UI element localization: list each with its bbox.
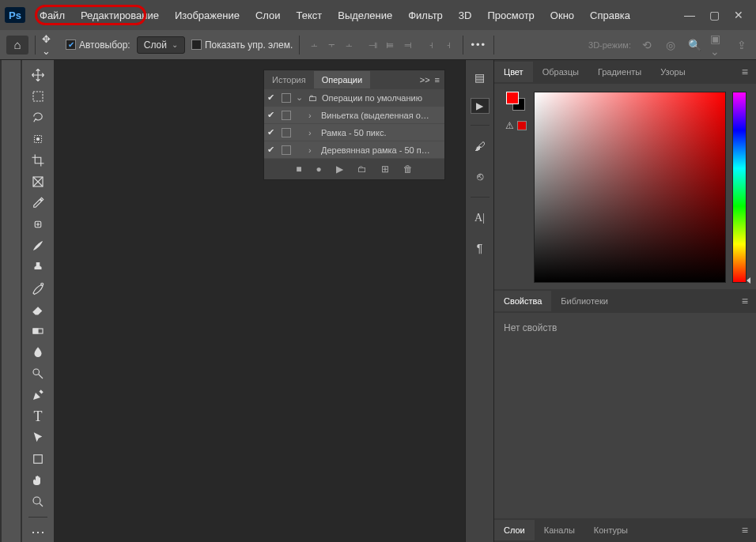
pan-3d-icon[interactable]: ◎ (663, 37, 679, 53)
dodge-tool[interactable] (26, 364, 50, 384)
distribute-h-icon[interactable]: ⫞ (423, 37, 439, 53)
search-icon[interactable]: 🔍 (686, 37, 702, 53)
trash-icon[interactable]: 🗑 (403, 164, 413, 175)
expand-icon[interactable]: ⌄ (296, 92, 304, 103)
healing-tool[interactable] (26, 214, 50, 234)
brush-settings-icon[interactable]: ⎋ (471, 167, 490, 186)
actions-group-row[interactable]: ✔ ⌄ 🗀 Операции по умолчанию (264, 89, 444, 107)
path-select-tool[interactable] (26, 428, 50, 448)
properties-panel-menu-icon[interactable]: ≡ (734, 295, 756, 307)
align-right-icon[interactable]: ⫤ (399, 37, 415, 53)
new-set-icon[interactable]: 🗀 (357, 164, 367, 175)
tab-layers[interactable]: Слои (494, 520, 535, 540)
align-vcenter-icon[interactable]: ⫟ (323, 37, 339, 53)
collapsed-panel-strip-1: ▤ ▶ 🖌 ⎋ A| ¶ (465, 60, 493, 542)
move-tool[interactable] (26, 65, 50, 85)
menu-view[interactable]: Просмотр (479, 6, 542, 25)
check-icon[interactable]: ✔ (267, 92, 277, 103)
align-bottom-icon[interactable]: ⫠ (341, 37, 357, 53)
more-options-icon[interactable]: ••• (470, 36, 487, 54)
new-action-icon[interactable]: ⊞ (381, 164, 389, 175)
dialog-toggle-icon[interactable] (282, 93, 291, 103)
distribute-v-icon[interactable]: ⫞ (440, 37, 456, 53)
type-tool[interactable]: T (26, 407, 50, 427)
svg-rect-9 (34, 455, 43, 464)
shape-tool[interactable] (26, 450, 50, 469)
action-row[interactable]: ✔› Виньетка (выделенная о… (264, 107, 444, 124)
eyedropper-tool[interactable] (26, 193, 50, 213)
properties-panel-body: Нет свойств (494, 313, 756, 518)
autoselect-checkbox[interactable]: ✔Автовыбор: (66, 40, 130, 51)
minimize-icon[interactable]: — (684, 9, 695, 21)
workspace-icon[interactable]: ▣ ⌄ (710, 37, 726, 53)
collapse-icon[interactable]: >> (420, 75, 430, 85)
stamp-tool[interactable] (26, 257, 50, 277)
menu-edit[interactable]: Редактирование (73, 6, 167, 25)
color-panel-menu-icon[interactable]: ≡ (734, 66, 756, 78)
edit-toolbar-icon[interactable]: ⋯ (26, 522, 50, 542)
menu-select[interactable]: Выделение (330, 6, 400, 25)
eraser-tool[interactable] (26, 300, 50, 320)
menu-window[interactable]: Окно (542, 6, 582, 25)
menu-text[interactable]: Текст (289, 6, 331, 25)
character-panel-icon[interactable]: A| (471, 209, 490, 228)
menu-image[interactable]: Изображение (167, 6, 248, 25)
actions-play-icon[interactable]: ▶ (471, 98, 490, 114)
blur-tool[interactable] (26, 343, 50, 363)
align-hcenter-icon[interactable]: ⫢ (382, 37, 398, 53)
share-icon[interactable]: ⇪ (734, 37, 750, 53)
lasso-tool[interactable] (26, 107, 50, 127)
menu-filter[interactable]: Фильтр (400, 6, 451, 25)
paragraph-panel-icon[interactable]: ¶ (471, 239, 490, 258)
menu-3d[interactable]: 3D (451, 6, 480, 25)
maximize-icon[interactable]: ▢ (709, 9, 720, 21)
record-icon[interactable]: ● (316, 164, 322, 175)
crop-tool[interactable] (26, 150, 50, 170)
gamut-warning[interactable]: ⚠ (505, 120, 527, 131)
close-icon[interactable]: ✕ (734, 9, 743, 21)
layers-panel-menu-icon[interactable]: ≡ (734, 524, 756, 536)
home-button[interactable]: ⌂ (6, 36, 28, 55)
action-row[interactable]: ✔› Деревянная рамка - 50 п… (264, 141, 444, 159)
tab-patterns[interactable]: Узоры (651, 62, 694, 82)
foreground-background-swatch[interactable] (506, 92, 525, 111)
orbit-icon[interactable]: ⟲ (639, 37, 655, 53)
color-panel-body: ⚠ (494, 84, 756, 289)
play-icon[interactable]: ▶ (336, 164, 343, 175)
menu-file[interactable]: Файл (32, 6, 73, 25)
hand-tool[interactable] (26, 471, 50, 491)
tab-actions[interactable]: Операции (314, 71, 370, 88)
move-tool-icon[interactable]: ✥ ⌄ (42, 36, 59, 54)
tab-gradients[interactable]: Градиенты (588, 62, 651, 82)
autoselect-target-select[interactable]: Слой (137, 36, 185, 54)
menu-layers[interactable]: Слои (248, 6, 289, 25)
zoom-tool[interactable] (26, 492, 50, 512)
hue-slider[interactable] (732, 92, 747, 283)
pen-tool[interactable] (26, 386, 50, 405)
tab-properties[interactable]: Свойства (494, 291, 551, 311)
tab-paths[interactable]: Контуры (584, 520, 637, 540)
magic-wand-tool[interactable] (26, 129, 50, 149)
folder-icon: 🗀 (308, 93, 317, 103)
panel-menu-icon[interactable]: ≡ (435, 75, 440, 85)
menu-help[interactable]: Справка (582, 6, 638, 25)
gradient-tool[interactable] (26, 322, 50, 341)
tab-history[interactable]: История (264, 71, 314, 88)
align-top-icon[interactable]: ⫠ (306, 37, 322, 53)
brush-tool[interactable] (26, 235, 50, 255)
show-controls-checkbox[interactable]: ✔Показать упр. элем. (191, 40, 293, 51)
stop-icon[interactable]: ■ (296, 164, 301, 175)
tab-libraries[interactable]: Библиотеки (551, 291, 618, 311)
history-brush-tool[interactable] (26, 278, 50, 298)
tab-color[interactable]: Цвет (494, 62, 533, 82)
tab-swatches[interactable]: Образцы (533, 62, 588, 82)
action-row[interactable]: ✔› Рамка - 50 пикс. (264, 124, 444, 141)
align-left-icon[interactable]: ⫣ (365, 37, 380, 53)
marquee-tool[interactable] (26, 86, 50, 106)
frame-tool[interactable] (26, 171, 50, 191)
tab-channels[interactable]: Каналы (535, 520, 584, 540)
color-field[interactable] (534, 92, 726, 283)
history-panel-icon[interactable]: ▤ (471, 68, 490, 87)
svg-point-5 (41, 283, 43, 285)
brushes-panel-icon[interactable]: 🖌 (471, 137, 490, 156)
